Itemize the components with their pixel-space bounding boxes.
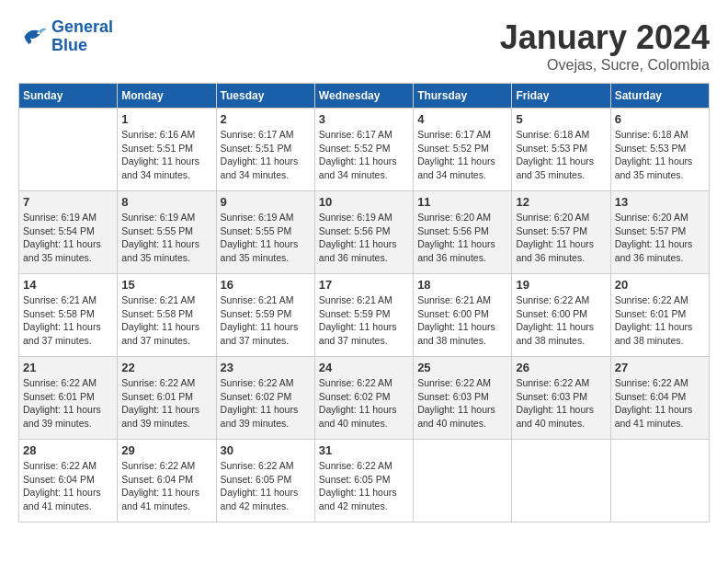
day-info: Sunrise: 6:22 AMSunset: 6:05 PMDaylight:…: [221, 459, 311, 513]
day-number: 2: [221, 112, 311, 126]
day-info: Sunrise: 6:16 AMSunset: 5:51 PMDaylight:…: [121, 128, 211, 182]
day-number: 22: [121, 361, 211, 374]
day-info: Sunrise: 6:22 AMSunset: 6:04 PMDaylight:…: [121, 459, 211, 513]
day-number: 23: [221, 361, 311, 374]
calendar-cell: 18Sunrise: 6:21 AMSunset: 6:00 PMDayligh…: [414, 274, 512, 357]
calendar-cell: 13Sunrise: 6:20 AMSunset: 5:57 PMDayligh…: [610, 191, 709, 274]
day-header: Tuesday: [216, 84, 314, 109]
day-number: 1: [121, 112, 211, 126]
calendar-cell: [19, 109, 118, 191]
day-header: Wednesday: [314, 84, 413, 109]
calendar-cell: 22Sunrise: 6:22 AMSunset: 6:01 PMDayligh…: [118, 357, 216, 440]
day-number: 3: [319, 112, 409, 126]
calendar-body: 1Sunrise: 6:16 AMSunset: 5:51 PMDaylight…: [19, 109, 710, 523]
day-number: 18: [417, 278, 507, 292]
day-info: Sunrise: 6:20 AMSunset: 5:56 PMDaylight:…: [417, 211, 507, 265]
day-number: 15: [121, 278, 211, 292]
calendar-cell: 23Sunrise: 6:22 AMSunset: 6:02 PMDayligh…: [216, 357, 314, 440]
month-title: January 2024: [500, 18, 710, 57]
logo-text: General Blue: [51, 18, 113, 55]
day-info: Sunrise: 6:22 AMSunset: 6:05 PMDaylight:…: [319, 459, 409, 513]
calendar-cell: 29Sunrise: 6:22 AMSunset: 6:04 PMDayligh…: [118, 440, 216, 523]
day-number: 30: [221, 443, 311, 457]
day-number: 10: [319, 195, 409, 209]
calendar-cell: 5Sunrise: 6:18 AMSunset: 5:53 PMDaylight…: [512, 109, 610, 191]
day-info: Sunrise: 6:22 AMSunset: 6:00 PMDaylight:…: [516, 293, 606, 348]
calendar-cell: 7Sunrise: 6:19 AMSunset: 5:54 PMDaylight…: [19, 191, 118, 274]
calendar-cell: 27Sunrise: 6:22 AMSunset: 6:04 PMDayligh…: [610, 357, 709, 440]
calendar-header-row: SundayMondayTuesdayWednesdayThursdayFrid…: [19, 84, 710, 109]
day-info: Sunrise: 6:20 AMSunset: 5:57 PMDaylight:…: [615, 211, 705, 265]
calendar-table: SundayMondayTuesdayWednesdayThursdayFrid…: [18, 83, 710, 523]
calendar-cell: 19Sunrise: 6:22 AMSunset: 6:00 PMDayligh…: [512, 274, 610, 357]
day-info: Sunrise: 6:20 AMSunset: 5:57 PMDaylight:…: [516, 211, 606, 265]
day-number: 17: [319, 278, 409, 292]
day-number: 31: [319, 443, 409, 457]
day-info: Sunrise: 6:17 AMSunset: 5:52 PMDaylight:…: [319, 128, 409, 182]
calendar-cell: 10Sunrise: 6:19 AMSunset: 5:56 PMDayligh…: [314, 191, 413, 274]
logo-icon: [18, 22, 48, 52]
day-number: 27: [615, 361, 705, 374]
calendar-week-row: 7Sunrise: 6:19 AMSunset: 5:54 PMDaylight…: [19, 191, 710, 274]
day-number: 5: [516, 112, 606, 126]
calendar-cell: [610, 440, 709, 523]
day-number: 21: [23, 361, 113, 374]
day-info: Sunrise: 6:21 AMSunset: 6:00 PMDaylight:…: [417, 293, 507, 348]
page-header: General Blue January 2024 Ovejas, Sucre,…: [18, 18, 710, 74]
day-number: 29: [121, 443, 211, 457]
day-number: 13: [615, 195, 705, 209]
day-number: 28: [23, 443, 113, 457]
day-number: 16: [221, 278, 311, 292]
calendar-cell: 8Sunrise: 6:19 AMSunset: 5:55 PMDaylight…: [118, 191, 216, 274]
calendar-cell: 24Sunrise: 6:22 AMSunset: 6:02 PMDayligh…: [314, 357, 413, 440]
day-number: 7: [23, 195, 113, 209]
day-number: 14: [23, 278, 113, 292]
day-info: Sunrise: 6:22 AMSunset: 6:03 PMDaylight:…: [417, 376, 507, 431]
calendar-week-row: 14Sunrise: 6:21 AMSunset: 5:58 PMDayligh…: [19, 274, 710, 357]
day-info: Sunrise: 6:22 AMSunset: 6:02 PMDaylight:…: [319, 376, 409, 431]
day-info: Sunrise: 6:22 AMSunset: 6:01 PMDaylight:…: [23, 376, 113, 431]
day-header: Thursday: [414, 84, 512, 109]
day-number: 24: [319, 361, 409, 374]
day-number: 20: [615, 278, 705, 292]
calendar-week-row: 28Sunrise: 6:22 AMSunset: 6:04 PMDayligh…: [19, 440, 710, 523]
day-info: Sunrise: 6:17 AMSunset: 5:52 PMDaylight:…: [417, 128, 507, 182]
calendar-cell: [512, 440, 610, 523]
day-number: 12: [516, 195, 606, 209]
day-number: 8: [121, 195, 211, 209]
calendar-cell: 28Sunrise: 6:22 AMSunset: 6:04 PMDayligh…: [19, 440, 118, 523]
day-header: Saturday: [610, 84, 709, 109]
day-info: Sunrise: 6:17 AMSunset: 5:51 PMDaylight:…: [221, 128, 311, 182]
day-number: 4: [417, 112, 507, 126]
day-number: 25: [417, 361, 507, 374]
day-info: Sunrise: 6:21 AMSunset: 5:59 PMDaylight:…: [221, 293, 311, 348]
calendar-cell: 16Sunrise: 6:21 AMSunset: 5:59 PMDayligh…: [216, 274, 314, 357]
day-info: Sunrise: 6:21 AMSunset: 5:58 PMDaylight:…: [23, 293, 113, 348]
calendar-cell: 4Sunrise: 6:17 AMSunset: 5:52 PMDaylight…: [414, 109, 512, 191]
day-info: Sunrise: 6:19 AMSunset: 5:56 PMDaylight:…: [319, 211, 409, 265]
day-number: 9: [221, 195, 311, 209]
day-info: Sunrise: 6:22 AMSunset: 6:04 PMDaylight:…: [23, 459, 113, 513]
calendar-week-row: 1Sunrise: 6:16 AMSunset: 5:51 PMDaylight…: [19, 109, 710, 191]
calendar-cell: 9Sunrise: 6:19 AMSunset: 5:55 PMDaylight…: [216, 191, 314, 274]
calendar-cell: [414, 440, 512, 523]
day-info: Sunrise: 6:21 AMSunset: 5:59 PMDaylight:…: [319, 293, 409, 348]
calendar-cell: 25Sunrise: 6:22 AMSunset: 6:03 PMDayligh…: [414, 357, 512, 440]
day-number: 11: [417, 195, 507, 209]
day-info: Sunrise: 6:22 AMSunset: 6:01 PMDaylight:…: [615, 293, 705, 348]
calendar-week-row: 21Sunrise: 6:22 AMSunset: 6:01 PMDayligh…: [19, 357, 710, 440]
location-subtitle: Ovejas, Sucre, Colombia: [500, 57, 710, 74]
calendar-cell: 20Sunrise: 6:22 AMSunset: 6:01 PMDayligh…: [610, 274, 709, 357]
day-header: Sunday: [19, 84, 118, 109]
calendar-cell: 1Sunrise: 6:16 AMSunset: 5:51 PMDaylight…: [118, 109, 216, 191]
calendar-cell: 17Sunrise: 6:21 AMSunset: 5:59 PMDayligh…: [314, 274, 413, 357]
title-block: January 2024 Ovejas, Sucre, Colombia: [500, 18, 710, 74]
day-info: Sunrise: 6:19 AMSunset: 5:55 PMDaylight:…: [221, 211, 311, 265]
day-number: 26: [516, 361, 606, 374]
day-info: Sunrise: 6:22 AMSunset: 6:01 PMDaylight:…: [121, 376, 211, 431]
calendar-cell: 14Sunrise: 6:21 AMSunset: 5:58 PMDayligh…: [19, 274, 118, 357]
calendar-cell: 3Sunrise: 6:17 AMSunset: 5:52 PMDaylight…: [314, 109, 413, 191]
day-info: Sunrise: 6:21 AMSunset: 5:58 PMDaylight:…: [121, 293, 211, 348]
day-info: Sunrise: 6:18 AMSunset: 5:53 PMDaylight:…: [615, 128, 705, 182]
day-info: Sunrise: 6:19 AMSunset: 5:55 PMDaylight:…: [121, 211, 211, 265]
